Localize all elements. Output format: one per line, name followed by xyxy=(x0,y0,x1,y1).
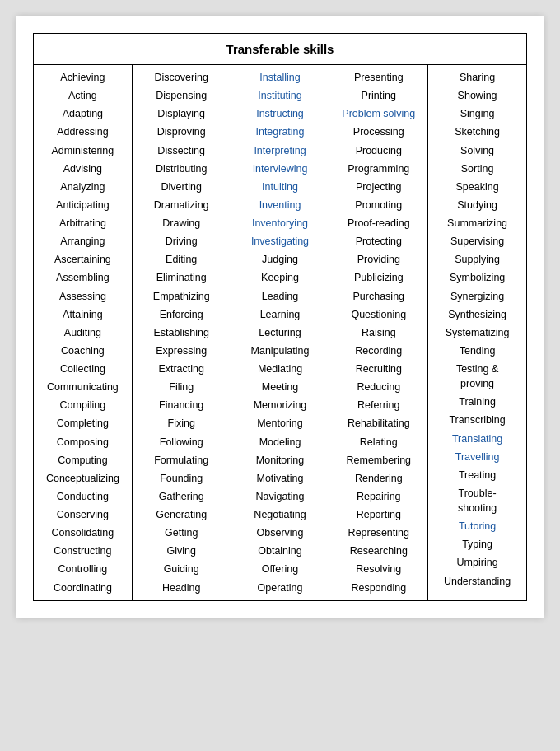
list-item: Compiling xyxy=(35,396,130,414)
list-item: Disproving xyxy=(134,123,229,141)
list-item: Speaking xyxy=(430,178,525,196)
list-item: Tending xyxy=(430,342,525,360)
list-item: Offering xyxy=(233,560,328,578)
list-item: Raising xyxy=(331,324,426,342)
list-item: Recording xyxy=(331,342,426,360)
list-item: Discovering xyxy=(134,68,229,86)
list-item: Financing xyxy=(134,396,229,414)
list-item: Navigating xyxy=(233,487,328,506)
list-item: Negotiating xyxy=(233,506,328,524)
list-item: Protecting xyxy=(331,232,426,250)
list-item: Diverting xyxy=(134,178,229,196)
list-item: Giving xyxy=(134,542,229,560)
column-5: SharingShowingSingingSketchingSolvingSor… xyxy=(428,65,526,600)
list-item: Judging xyxy=(233,250,328,268)
list-item: Ascertaining xyxy=(35,250,130,268)
list-item: Programming xyxy=(331,160,426,178)
list-item: Learning xyxy=(233,306,328,324)
list-item: Achieving xyxy=(35,68,130,86)
list-item: Coaching xyxy=(35,342,130,360)
list-item: Distributing xyxy=(134,160,229,178)
list-item: Presenting xyxy=(331,68,426,86)
list-item: Mentoring xyxy=(233,414,328,432)
list-item: Rendering xyxy=(331,469,426,487)
list-item: Understanding xyxy=(430,572,525,590)
list-item: Rehabilitating xyxy=(331,414,426,432)
list-item: Umpiring xyxy=(430,553,525,571)
list-item: Interviewing xyxy=(233,160,328,178)
list-item: Reporting xyxy=(331,506,426,524)
list-item: Establishing xyxy=(134,324,229,342)
list-item: Testing &proving xyxy=(430,360,525,393)
list-item: Reducing xyxy=(331,378,426,396)
list-item: Operating xyxy=(233,579,328,597)
list-item: Lecturing xyxy=(233,324,328,342)
list-item: Auditing xyxy=(35,324,130,342)
list-item: Instituting xyxy=(233,86,328,105)
list-item: Showing xyxy=(430,86,525,105)
list-item: Producing xyxy=(331,142,426,160)
list-item: Assembling xyxy=(35,268,130,287)
column-2: DiscoveringDispensingDisplayingDisprovin… xyxy=(133,65,231,600)
list-item: Researching xyxy=(331,542,426,560)
list-item: Founding xyxy=(134,469,229,487)
list-item: Drawing xyxy=(134,214,229,232)
list-item: Following xyxy=(134,433,229,451)
list-item: Publicizing xyxy=(331,268,426,287)
list-item: Formulating xyxy=(134,451,229,469)
column-1: AchievingActingAdaptingAddressingAdminis… xyxy=(34,65,133,600)
list-item: Proof-reading xyxy=(331,214,426,232)
list-item: Coordinating xyxy=(35,579,130,597)
list-item: Tutoring xyxy=(430,517,525,535)
list-item: Fixing xyxy=(134,414,229,432)
list-item: Supervising xyxy=(430,232,525,250)
list-item: Printing xyxy=(331,86,426,105)
list-item: Conceptualizing xyxy=(35,469,130,487)
list-item: Extracting xyxy=(134,360,229,378)
list-item: Promoting xyxy=(331,196,426,214)
list-item: Supplying xyxy=(430,250,525,268)
list-item: Collecting xyxy=(35,360,130,378)
list-item: Modeling xyxy=(233,433,328,451)
list-item: Sharing xyxy=(430,68,525,86)
list-item: Translating xyxy=(430,430,525,448)
list-item: Dissecting xyxy=(134,142,229,160)
list-item: Conserving xyxy=(35,506,130,524)
list-item: Empathizing xyxy=(134,287,229,306)
list-item: Sketching xyxy=(430,123,525,141)
list-item: Treating xyxy=(430,466,525,484)
list-item: Generating xyxy=(134,506,229,524)
list-item: Composing xyxy=(35,433,130,451)
list-item: Filing xyxy=(134,378,229,396)
list-item: Processing xyxy=(331,123,426,141)
column-4: PresentingPrintingProblem solvingProcess… xyxy=(329,65,428,600)
list-item: Synergizing xyxy=(430,287,525,306)
list-item: Training xyxy=(430,393,525,411)
list-item: Observing xyxy=(233,524,328,542)
list-item: Instructing xyxy=(233,105,328,123)
list-item: Heading xyxy=(134,579,229,597)
table-body: AchievingActingAdaptingAddressingAdminis… xyxy=(34,65,526,600)
list-item: Representing xyxy=(331,524,426,542)
list-item: Controlling xyxy=(35,560,130,578)
list-item: Eliminating xyxy=(134,268,229,287)
list-item: Projecting xyxy=(331,178,426,196)
list-item: Getting xyxy=(134,524,229,542)
list-item: Constructing xyxy=(35,542,130,560)
list-item: Summarizing xyxy=(430,214,525,232)
list-item: Administering xyxy=(35,142,130,160)
list-item: Studying xyxy=(430,196,525,214)
list-item: Singing xyxy=(430,105,525,123)
list-item: Solving xyxy=(430,142,525,160)
list-item: Attaining xyxy=(35,306,130,324)
list-item: Remembering xyxy=(331,451,426,469)
list-item: Memorizing xyxy=(233,396,328,414)
list-item: Integrating xyxy=(233,123,328,141)
list-item: Acting xyxy=(35,86,130,105)
list-item: Sorting xyxy=(430,160,525,178)
list-item: Expressing xyxy=(134,342,229,360)
list-item: Enforcing xyxy=(134,306,229,324)
list-item: Advising xyxy=(35,160,130,178)
list-item: Installing xyxy=(233,68,328,86)
list-item: Systematizing xyxy=(430,324,525,342)
